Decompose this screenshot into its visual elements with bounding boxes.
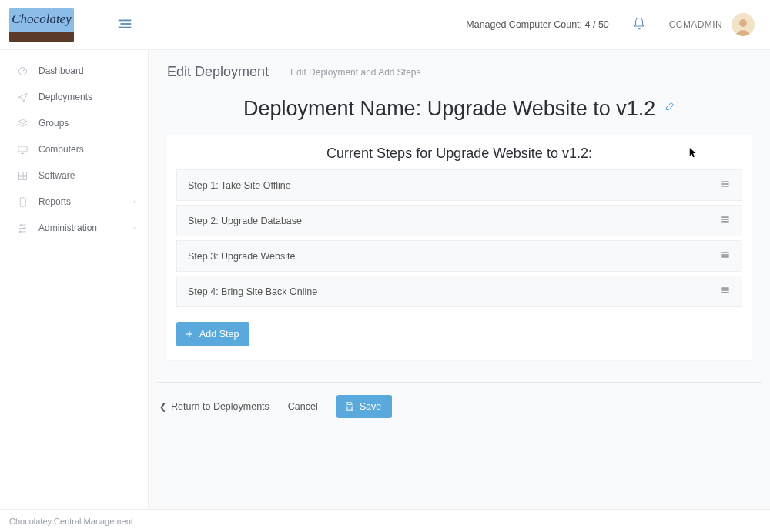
current-username: CCMADMIN — [669, 19, 722, 30]
action-bar: ❮ Return to Deployments Cancel Save — [149, 383, 770, 418]
managed-computer-count: Managed Computer Count: 4 / 50 — [466, 19, 609, 30]
chevron-right-icon: › — [133, 198, 136, 206]
chevron-left-icon: ❮ — [159, 402, 166, 412]
hamburger-icon — [116, 15, 133, 32]
sidebar-nav: Dashboard Deployments Groups Computers S… — [0, 50, 149, 509]
grip-icon — [720, 285, 731, 296]
sidebar-item-label: Reports — [38, 196, 71, 207]
svg-rect-5 — [18, 146, 26, 152]
add-step-label: Add Step — [199, 329, 239, 340]
plus-icon — [184, 329, 195, 340]
return-button[interactable]: ❮ Return to Deployments — [159, 401, 270, 412]
sidebar-item-dashboard[interactable]: Dashboard — [0, 58, 148, 84]
svg-rect-7 — [23, 172, 26, 175]
sidebar-item-software[interactable]: Software — [0, 162, 148, 189]
step-row[interactable]: Step 3: Upgrade Website — [176, 240, 742, 272]
sidebar-item-label: Groups — [38, 118, 69, 129]
chevron-right-icon: › — [133, 224, 136, 232]
grip-icon — [720, 179, 731, 189]
grip-icon — [720, 249, 731, 260]
layers-icon — [15, 116, 29, 130]
svg-point-3 — [739, 19, 747, 27]
step-row-label: Step 1: Take Site Offline — [188, 180, 291, 191]
step-row[interactable]: Step 1: Take Site Offline — [176, 169, 742, 201]
drag-handle[interactable] — [720, 179, 731, 192]
cancel-label: Cancel — [288, 401, 318, 412]
dashboard-icon — [15, 64, 29, 78]
svg-rect-6 — [18, 172, 22, 175]
notifications-button[interactable] — [632, 17, 646, 33]
file-icon — [15, 195, 29, 209]
avatar-icon — [732, 15, 754, 36]
brand-logo[interactable]: Chocolatey — [9, 8, 74, 42]
brand-logo-text: Chocolatey — [12, 12, 71, 27]
save-button[interactable]: Save — [336, 395, 393, 418]
grip-icon — [720, 214, 731, 225]
main-content: Edit Deployment Edit Deployment and Add … — [149, 50, 770, 509]
menu-toggle-button[interactable] — [116, 15, 133, 35]
page-subtitle: Edit Deployment and Add Steps — [290, 67, 420, 78]
monitor-icon — [15, 142, 29, 156]
footer-text: Chocolatey Central Management — [9, 517, 133, 526]
sidebar-item-administration[interactable]: Administration › — [0, 215, 148, 241]
deployment-name-prefix: Deployment Name: — [243, 97, 427, 120]
send-icon — [15, 90, 29, 104]
add-step-button[interactable]: Add Step — [176, 322, 249, 346]
step-row-label: Step 3: Upgrade Website — [188, 251, 295, 262]
sidebar-item-computers[interactable]: Computers — [0, 136, 148, 162]
page-title: Edit Deployment — [167, 64, 269, 80]
sidebar-item-label: Deployments — [38, 92, 92, 102]
grid-icon — [15, 169, 29, 182]
sidebar-item-label: Administration — [38, 223, 97, 233]
step-row[interactable]: Step 4: Bring Site Back Online — [176, 276, 742, 307]
user-avatar[interactable] — [732, 13, 755, 36]
sidebar-item-groups[interactable]: Groups — [0, 110, 148, 136]
bell-icon — [632, 17, 646, 31]
edit-deployment-name-button[interactable] — [665, 101, 675, 114]
step-row-label: Step 2: Upgrade Database — [188, 216, 302, 226]
svg-rect-9 — [23, 176, 26, 179]
save-label: Save — [360, 401, 382, 412]
page-footer: Chocolatey Central Management — [0, 509, 770, 532]
pencil-icon — [665, 101, 675, 112]
return-label: Return to Deployments — [171, 401, 270, 412]
page-titlebar: Edit Deployment Edit Deployment and Add … — [149, 50, 770, 91]
sidebar-item-label: Dashboard — [38, 65, 84, 76]
svg-rect-8 — [18, 176, 22, 179]
top-header: Chocolatey Managed Computer Count: 4 / 5… — [0, 0, 770, 50]
drag-handle[interactable] — [720, 249, 731, 263]
drag-handle[interactable] — [720, 214, 731, 227]
sidebar-item-label: Computers — [38, 144, 84, 155]
brand-logo-decor — [9, 32, 74, 42]
save-icon — [344, 401, 355, 412]
cancel-button[interactable]: Cancel — [288, 401, 318, 412]
sidebar-item-label: Software — [38, 170, 75, 181]
sliders-icon — [15, 221, 29, 235]
sidebar-item-deployments[interactable]: Deployments — [0, 84, 148, 110]
sidebar-item-reports[interactable]: Reports › — [0, 189, 148, 215]
deployment-name-value: Upgrade Website to v1.2 — [427, 97, 656, 120]
steps-panel: Current Steps for Upgrade Website to v1.… — [167, 135, 752, 360]
drag-handle[interactable] — [720, 285, 731, 298]
steps-heading: Current Steps for Upgrade Website to v1.… — [167, 146, 752, 162]
step-row[interactable]: Step 2: Upgrade Database — [176, 205, 742, 236]
deployment-name-heading: Deployment Name: Upgrade Website to v1.2 — [149, 91, 770, 127]
step-row-label: Step 4: Bring Site Back Online — [188, 286, 317, 297]
